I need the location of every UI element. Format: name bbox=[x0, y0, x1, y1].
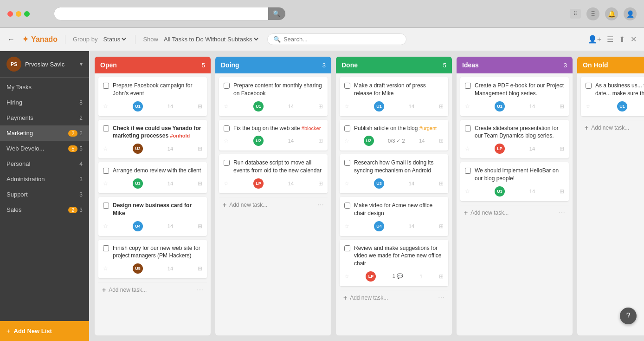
star-icon[interactable]: ☆ bbox=[344, 273, 349, 280]
star-icon[interactable]: ☆ bbox=[103, 180, 108, 187]
card-attachment-icon: ⊞ bbox=[560, 145, 564, 152]
sidebar-item-mytasks[interactable]: My Tasks bbox=[0, 79, 89, 95]
task-checkbox[interactable] bbox=[344, 245, 350, 251]
task-card[interactable]: Publish article on the blog #urgent ☆ U2… bbox=[340, 120, 448, 151]
task-card[interactable]: Finish copy for our new web site for pro… bbox=[98, 240, 207, 279]
sidebar-item-webdevelo[interactable]: Web Develo...55 bbox=[0, 141, 89, 156]
star-icon[interactable]: ☆ bbox=[103, 265, 108, 272]
star-icon[interactable]: ☆ bbox=[344, 180, 349, 187]
add-task-button[interactable]: +Add new task...⋯ bbox=[98, 282, 207, 297]
star-icon[interactable]: ☆ bbox=[103, 103, 108, 110]
add-new-list-button[interactable]: + Add New List bbox=[0, 321, 89, 341]
more-options-icon[interactable]: ⋯ bbox=[317, 201, 324, 209]
star-icon[interactable]: ☆ bbox=[465, 188, 470, 195]
task-checkbox[interactable] bbox=[344, 125, 350, 131]
sidebar-item-hiring[interactable]: Hiring8 bbox=[0, 95, 89, 110]
more-options-icon[interactable]: ⋯ bbox=[438, 294, 444, 302]
star-icon[interactable]: ☆ bbox=[344, 138, 349, 144]
task-card[interactable]: Review and make suggestions for video we… bbox=[340, 240, 448, 286]
task-checkbox[interactable] bbox=[586, 83, 592, 89]
minimize-dot[interactable] bbox=[16, 11, 21, 17]
task-checkbox[interactable] bbox=[103, 83, 109, 89]
add-task-button[interactable]: +Add new task...⋯ bbox=[219, 197, 328, 212]
task-card[interactable]: Run database script to move all events f… bbox=[219, 154, 328, 193]
sidebar-item-marketing[interactable]: Marketing22 bbox=[0, 125, 89, 141]
back-button[interactable]: ← bbox=[7, 35, 15, 44]
card-avatar: U2 bbox=[364, 136, 374, 146]
task-card[interactable]: Create slideshare presentation for our T… bbox=[460, 120, 569, 159]
task-checkbox[interactable] bbox=[465, 125, 471, 131]
task-checkbox[interactable] bbox=[103, 125, 109, 131]
chrome-search-button[interactable]: 🔍 bbox=[268, 7, 285, 20]
task-checkbox[interactable] bbox=[344, 160, 350, 166]
column-open: Open5 Prepare Facebook campaign for John… bbox=[95, 57, 211, 335]
board-search-input[interactable] bbox=[283, 36, 400, 43]
sidebar-item-administration[interactable]: Administration3 bbox=[0, 171, 89, 187]
sidebar-item-personal[interactable]: Personal4 bbox=[0, 156, 89, 171]
task-checkbox[interactable] bbox=[103, 245, 109, 251]
group-by-select[interactable]: Status bbox=[101, 35, 128, 43]
card-checkbox-row: Finish copy for our new web site for pro… bbox=[103, 244, 202, 260]
task-card[interactable]: Arrange demo review with the client ☆ U3… bbox=[98, 162, 207, 193]
more-options-icon[interactable]: ⋯ bbox=[559, 209, 565, 216]
card-attachment-icon: ⊞ bbox=[560, 188, 564, 195]
task-checkbox[interactable] bbox=[103, 203, 109, 209]
close-board-icon[interactable]: ✕ bbox=[631, 35, 637, 44]
add-task-button[interactable]: +Add new task...⋯ bbox=[340, 290, 448, 305]
task-card[interactable]: Check if we could use Yanado for marketi… bbox=[98, 120, 207, 159]
google-apps-icon[interactable]: ⠿ bbox=[586, 7, 599, 20]
add-task-label: Add new task... bbox=[109, 287, 147, 293]
add-task-button[interactable]: +Add new task...⋯ bbox=[581, 120, 644, 135]
task-checkbox[interactable] bbox=[344, 83, 350, 89]
chrome-right-btn[interactable]: ⠿ bbox=[570, 9, 581, 19]
task-card[interactable]: We should implement HelloBar on our blog… bbox=[460, 162, 569, 201]
google-account-icon[interactable]: 👤 bbox=[624, 7, 637, 20]
task-card[interactable]: As a business us... to set a due date...… bbox=[581, 77, 644, 116]
star-icon[interactable]: ☆ bbox=[465, 103, 470, 110]
task-checkbox[interactable] bbox=[465, 168, 471, 174]
star-icon[interactable]: ☆ bbox=[224, 103, 229, 110]
task-card[interactable]: Make a draft version of press release fo… bbox=[340, 77, 448, 116]
task-card[interactable]: Design new business card for Mike ☆ U4 1… bbox=[98, 197, 207, 236]
column-title: Doing bbox=[221, 61, 239, 69]
task-checkbox[interactable] bbox=[344, 203, 350, 209]
task-checkbox[interactable] bbox=[224, 83, 230, 89]
add-task-button[interactable]: +Add new task...⋯ bbox=[460, 205, 569, 220]
star-icon[interactable]: ☆ bbox=[103, 145, 108, 152]
sidebar-item-sales[interactable]: Sales23 bbox=[0, 202, 89, 217]
task-checkbox[interactable] bbox=[224, 125, 230, 131]
task-checkbox[interactable] bbox=[103, 168, 109, 174]
show-select[interactable]: All Tasks to Do Without Subtasks bbox=[162, 35, 260, 43]
task-card[interactable]: Prepare content for monthly sharing on F… bbox=[219, 77, 328, 116]
task-card[interactable]: Research how Gmail is doing its syncing … bbox=[340, 154, 448, 193]
chrome-url-input[interactable] bbox=[54, 8, 268, 20]
star-icon[interactable]: ☆ bbox=[224, 180, 229, 187]
more-options-icon[interactable]: ⋯ bbox=[197, 286, 203, 294]
card-avatar: U3 bbox=[133, 178, 143, 189]
column-title: Ideas bbox=[462, 61, 479, 69]
task-card[interactable]: Prepare Facebook campaign for John's eve… bbox=[98, 77, 207, 116]
list-view-icon[interactable]: ☰ bbox=[607, 35, 613, 44]
add-member-icon[interactable]: 👤+ bbox=[588, 35, 601, 44]
star-icon[interactable]: ☆ bbox=[586, 103, 591, 110]
task-card[interactable]: Create a PDF e-book for our Project Mana… bbox=[460, 77, 569, 116]
sidebar-item-support[interactable]: Support3 bbox=[0, 187, 89, 202]
help-button[interactable]: ? bbox=[620, 308, 637, 324]
star-icon[interactable]: ☆ bbox=[465, 145, 470, 152]
star-icon[interactable]: ☆ bbox=[344, 103, 349, 110]
add-new-list-label: Add New List bbox=[14, 328, 52, 334]
close-dot[interactable] bbox=[7, 11, 13, 17]
chevron-down-icon[interactable]: ▾ bbox=[80, 61, 83, 67]
collapse-icon[interactable]: ⬆ bbox=[619, 35, 625, 44]
notifications-icon[interactable]: 🔔 bbox=[605, 7, 618, 20]
card-number: 14 bbox=[529, 104, 535, 109]
task-card[interactable]: Fix the bug on the web site #blocker ☆ U… bbox=[219, 120, 328, 151]
sidebar-item-payments[interactable]: Payments2 bbox=[0, 110, 89, 125]
task-card[interactable]: Make video for Acme new office chair des… bbox=[340, 197, 448, 236]
star-icon[interactable]: ☆ bbox=[224, 138, 229, 144]
star-icon[interactable]: ☆ bbox=[103, 223, 108, 230]
task-checkbox[interactable] bbox=[224, 160, 230, 166]
maximize-dot[interactable] bbox=[24, 11, 30, 17]
star-icon[interactable]: ☆ bbox=[344, 223, 349, 230]
task-checkbox[interactable] bbox=[465, 83, 471, 89]
